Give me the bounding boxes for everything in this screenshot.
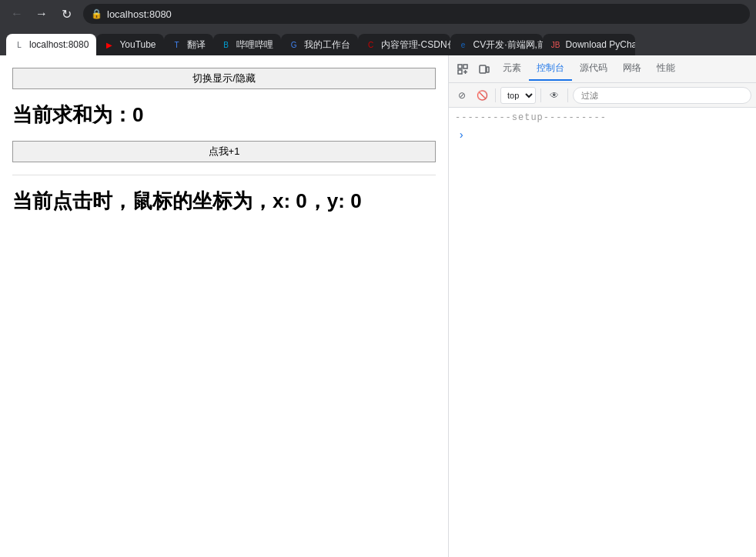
toolbar-divider <box>495 88 496 102</box>
nav-buttons: ← → ↻ <box>6 3 77 25</box>
console-chevron[interactable]: › <box>455 128 750 143</box>
devtools-tabs: 元素 控制台 源代码 网络 性能 <box>449 55 756 83</box>
tab-google[interactable]: G 我的工作台 <box>281 34 358 55</box>
toolbar-divider-2 <box>540 88 541 102</box>
stop-icon[interactable]: 🚫 <box>473 87 490 104</box>
lock-icon: 🔒 <box>91 8 102 19</box>
tab-network[interactable]: 网络 <box>615 57 649 81</box>
address-bar[interactable]: 🔒 localhost:8080 <box>83 4 750 24</box>
address-text: localhost:8080 <box>107 8 172 20</box>
tab-label-google: 我的工作台 <box>304 38 350 52</box>
tab-console[interactable]: 控制台 <box>529 57 572 81</box>
tab-label-translate: 翻译 <box>187 38 206 52</box>
tab-favicon-bilibili: B <box>221 39 232 50</box>
tab-favicon-csdn: C <box>366 39 376 50</box>
toolbar-divider-3 <box>567 88 568 102</box>
tab-label-cv: CV开发·前端网,前... <box>473 38 543 52</box>
tabs-bar: L localhost:8080 ▶ YouTube T 翻译 B 哔哩哔哩 G… <box>0 28 756 55</box>
tab-label-jetbrains: Download PyChar... <box>566 39 635 50</box>
tab-cv[interactable]: e CV开发·前端网,前... <box>450 34 543 55</box>
svg-rect-5 <box>480 65 486 73</box>
tab-translate[interactable]: T 翻译 <box>164 34 213 55</box>
tab-elements[interactable]: 元素 <box>495 57 529 81</box>
devtools-panel: 元素 控制台 源代码 网络 性能 ⊘ <box>448 55 756 557</box>
svg-rect-0 <box>458 65 462 68</box>
tab-label-youtube: YouTube <box>119 39 156 50</box>
tab-localhost[interactable]: L localhost:8080 <box>6 34 96 55</box>
tab-performance[interactable]: 性能 <box>649 57 683 81</box>
coords-display: 当前点击时，鼠标的坐标为，x: 0，y: 0 <box>12 188 436 215</box>
tab-label-localhost: localhost:8080 <box>29 39 89 50</box>
tab-favicon-translate: T <box>172 39 182 50</box>
sum-display: 当前求和为：0 <box>12 102 436 128</box>
tab-favicon-youtube: ▶ <box>104 39 115 50</box>
tab-csdn[interactable]: C 内容管理-CSDN创... <box>358 34 450 55</box>
tab-label-bilibili: 哔哩哔哩 <box>236 38 273 52</box>
svg-rect-2 <box>463 65 467 68</box>
tab-favicon-cv: e <box>458 39 469 50</box>
devtools-inspect-icon[interactable] <box>452 58 473 80</box>
eye-icon[interactable]: 👁 <box>546 87 563 104</box>
devtools-device-icon[interactable] <box>473 58 495 80</box>
forward-button[interactable]: → <box>31 3 52 25</box>
console-setup-text: ---------setup---------- <box>455 112 750 123</box>
tab-label-csdn: 内容管理-CSDN创... <box>381 38 450 52</box>
refresh-button[interactable]: ↻ <box>55 3 77 25</box>
tab-favicon-localhost: L <box>14 39 25 50</box>
svg-rect-1 <box>458 70 462 74</box>
tab-youtube[interactable]: ▶ YouTube <box>96 34 163 55</box>
devtools-toolbar: ⊘ 🚫 top 👁 <box>449 83 756 108</box>
title-bar: ← → ↻ 🔒 localhost:8080 <box>0 0 756 28</box>
tab-favicon-google: G <box>289 39 299 50</box>
filter-input[interactable] <box>573 87 751 104</box>
tab-jetbrains[interactable]: JB Download PyChar... <box>543 34 635 55</box>
tab-sources[interactable]: 源代码 <box>572 57 615 81</box>
tab-bilibili[interactable]: B 哔哩哔哩 <box>213 34 281 55</box>
content-area: 切换显示/隐藏 当前求和为：0 点我+1 当前点击时，鼠标的坐标为，x: 0，y… <box>0 55 756 557</box>
clear-console-icon[interactable]: ⊘ <box>453 87 470 104</box>
webpage: 切换显示/隐藏 当前求和为：0 点我+1 当前点击时，鼠标的坐标为，x: 0，y… <box>0 55 448 557</box>
svg-rect-6 <box>487 67 489 72</box>
toggle-button[interactable]: 切换显示/隐藏 <box>12 68 436 89</box>
browser-window: ← → ↻ 🔒 localhost:8080 L localhost:8080 … <box>0 0 756 557</box>
section-divider <box>12 175 436 175</box>
context-select[interactable]: top <box>500 87 536 104</box>
tab-favicon-jetbrains: JB <box>550 39 561 50</box>
back-button[interactable]: ← <box>6 3 28 25</box>
devtools-content: ---------setup---------- › <box>449 108 756 557</box>
increment-button[interactable]: 点我+1 <box>12 141 436 162</box>
